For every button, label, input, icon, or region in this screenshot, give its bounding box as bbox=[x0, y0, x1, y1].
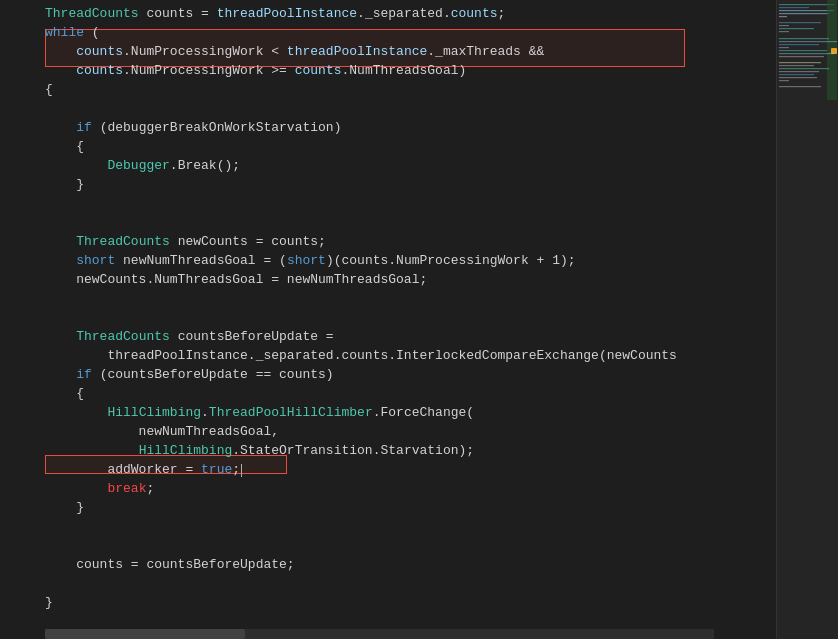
svg-rect-24 bbox=[779, 80, 789, 81]
line-content: short newNumThreadsGoal = (short)(counts… bbox=[45, 251, 776, 270]
code-line: { bbox=[0, 137, 776, 156]
line-content: while ( bbox=[45, 23, 776, 42]
svg-rect-18 bbox=[779, 62, 821, 63]
svg-rect-15 bbox=[779, 50, 827, 51]
code-line: ThreadCounts countsBeforeUpdate = bbox=[0, 327, 776, 346]
svg-rect-0 bbox=[779, 4, 834, 5]
line-content: } bbox=[45, 175, 776, 194]
code-line: break; bbox=[0, 479, 776, 498]
line-content: counts = countsBeforeUpdate; bbox=[45, 555, 776, 574]
line-content: { bbox=[45, 384, 776, 403]
line-content: Debugger.Break(); bbox=[45, 156, 776, 175]
line-content: if (countsBeforeUpdate == counts) bbox=[45, 365, 776, 384]
line-content: { bbox=[45, 80, 776, 99]
code-area[interactable]: ThreadCounts counts = threadPoolInstance… bbox=[0, 0, 776, 639]
code-line: Debugger.Break(); bbox=[0, 156, 776, 175]
code-line: } bbox=[0, 175, 776, 194]
line-content bbox=[45, 536, 776, 555]
svg-rect-4 bbox=[779, 16, 787, 17]
code-line: } bbox=[0, 593, 776, 612]
code-line: ThreadCounts counts = threadPoolInstance… bbox=[0, 4, 776, 23]
code-line: addWorker = true; bbox=[0, 460, 776, 479]
code-line: counts = countsBeforeUpdate; bbox=[0, 555, 776, 574]
line-content: counts.NumProcessingWork >= counts.NumTh… bbox=[45, 61, 776, 80]
code-line: { bbox=[0, 384, 776, 403]
line-content bbox=[45, 194, 776, 213]
code-line: { bbox=[0, 80, 776, 99]
svg-rect-5 bbox=[779, 22, 821, 23]
line-content: break; bbox=[45, 479, 776, 498]
code-line: counts.NumProcessingWork < threadPoolIns… bbox=[0, 42, 776, 61]
line-content bbox=[45, 308, 776, 327]
svg-rect-23 bbox=[779, 77, 817, 78]
svg-rect-20 bbox=[779, 68, 829, 69]
line-content: counts.NumProcessingWork < threadPoolIns… bbox=[45, 42, 776, 61]
code-line: newNumThreadsGoal, bbox=[0, 422, 776, 441]
code-line: } bbox=[0, 498, 776, 517]
svg-rect-1 bbox=[779, 7, 809, 8]
line-content: } bbox=[45, 498, 776, 517]
code-line bbox=[0, 194, 776, 213]
editor: ThreadCounts counts = threadPoolInstance… bbox=[0, 0, 838, 639]
line-content: HillClimbing.ThreadPoolHillClimber.Force… bbox=[45, 403, 776, 422]
svg-rect-12 bbox=[779, 41, 837, 42]
line-content: ThreadCounts counts = threadPoolInstance… bbox=[45, 4, 776, 23]
code-line bbox=[0, 574, 776, 593]
line-content: ThreadCounts newCounts = counts; bbox=[45, 232, 776, 251]
svg-rect-19 bbox=[779, 65, 814, 66]
line-content: threadPoolInstance._separated.counts.Int… bbox=[45, 346, 776, 365]
code-line: short newNumThreadsGoal = (short)(counts… bbox=[0, 251, 776, 270]
svg-rect-17 bbox=[779, 56, 824, 57]
code-line: counts.NumProcessingWork >= counts.NumTh… bbox=[0, 61, 776, 80]
code-line: threadPoolInstance._separated.counts.Int… bbox=[0, 346, 776, 365]
line-content: } bbox=[45, 593, 776, 612]
svg-rect-25 bbox=[779, 86, 821, 87]
svg-rect-13 bbox=[779, 44, 819, 45]
code-line: HillClimbing.ThreadPoolHillClimber.Force… bbox=[0, 403, 776, 422]
line-content: newCounts.NumThreadsGoal = newNumThreads… bbox=[45, 270, 776, 289]
code-line: ThreadCounts newCounts = counts; bbox=[0, 232, 776, 251]
scrollbar-thumb[interactable] bbox=[45, 629, 245, 639]
svg-rect-3 bbox=[779, 13, 829, 14]
code-line bbox=[0, 213, 776, 232]
line-content: newNumThreadsGoal, bbox=[45, 422, 776, 441]
line-content bbox=[45, 574, 776, 593]
minimap[interactable] bbox=[776, 0, 838, 639]
code-line bbox=[0, 536, 776, 555]
line-content bbox=[45, 289, 776, 308]
cursor bbox=[241, 464, 242, 477]
svg-rect-6 bbox=[779, 25, 789, 26]
svg-rect-16 bbox=[779, 53, 834, 54]
svg-rect-22 bbox=[779, 74, 814, 75]
line-content: addWorker = true; bbox=[45, 460, 776, 479]
line-content bbox=[45, 517, 776, 536]
code-line bbox=[0, 99, 776, 118]
svg-rect-11 bbox=[779, 38, 829, 39]
horizontal-scrollbar[interactable] bbox=[45, 629, 714, 639]
line-content bbox=[45, 99, 776, 118]
svg-rect-8 bbox=[779, 31, 789, 32]
minimap-svg bbox=[777, 0, 838, 639]
line-content: if (debuggerBreakOnWorkStarvation) bbox=[45, 118, 776, 137]
svg-rect-21 bbox=[779, 71, 819, 72]
code-lines: ThreadCounts counts = threadPoolInstance… bbox=[0, 4, 776, 612]
svg-rect-7 bbox=[779, 28, 814, 29]
line-content: ThreadCounts countsBeforeUpdate = bbox=[45, 327, 776, 346]
code-line: if (countsBeforeUpdate == counts) bbox=[0, 365, 776, 384]
code-line: newCounts.NumThreadsGoal = newNumThreads… bbox=[0, 270, 776, 289]
code-line: while ( bbox=[0, 23, 776, 42]
line-content: { bbox=[45, 137, 776, 156]
code-line bbox=[0, 308, 776, 327]
svg-rect-14 bbox=[779, 47, 789, 48]
code-line: if (debuggerBreakOnWorkStarvation) bbox=[0, 118, 776, 137]
code-line: HillClimbing.StateOrTransition.Starvatio… bbox=[0, 441, 776, 460]
code-line bbox=[0, 517, 776, 536]
svg-rect-2 bbox=[779, 10, 834, 11]
line-content bbox=[45, 213, 776, 232]
code-line bbox=[0, 289, 776, 308]
line-content: HillClimbing.StateOrTransition.Starvatio… bbox=[45, 441, 776, 460]
